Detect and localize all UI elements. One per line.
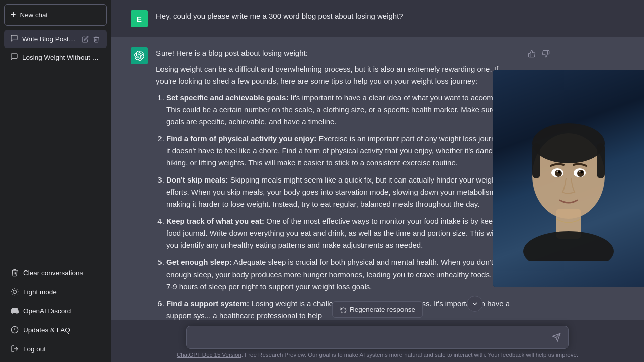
user-message-row: E Hey, could you please write me a 300 w… (111, 0, 644, 37)
svg-point-21 (555, 170, 562, 177)
user-message-content: Hey, could you please write me a 300 wor… (156, 10, 518, 26)
assistant-intro-text: Sure! Here is a blog post about losing w… (156, 47, 518, 59)
assistant-list: Set specific and achievable goals: It's … (156, 92, 518, 320)
svg-point-24 (581, 171, 583, 174)
sidebar-item-lightmode[interactable]: Light mode (4, 283, 107, 301)
list-item-2-title: Find a form of physical activity you enj… (166, 134, 316, 143)
list-item-2: Find a form of physical activity you enj… (166, 133, 518, 169)
conversation-item-write-blog[interactable]: Write Blog Post Losing (4, 30, 107, 48)
svg-rect-17 (532, 143, 540, 178)
input-wrapper (186, 326, 569, 349)
plus-icon: + (11, 10, 16, 20)
logout-icon (10, 344, 19, 353)
send-button[interactable] (550, 331, 563, 344)
list-item-1: Set specific and achievable goals: It's … (166, 92, 518, 128)
sidebar-bottom: Clear conversations Light mode (4, 259, 107, 358)
sidebar-top: + New chat Write Blog Post Losing (4, 4, 107, 259)
sidebar-item-clear[interactable]: Clear conversations (4, 263, 107, 282)
discord-icon (10, 306, 19, 315)
svg-point-26 (579, 171, 581, 172)
list-item-4: Keep track of what you eat: One of the m… (166, 215, 518, 251)
gpt-avatar (131, 47, 148, 64)
chatgpt-version-link[interactable]: ChatGPT Dec 15 Version (177, 352, 242, 358)
new-chat-label: New chat (20, 11, 48, 19)
user-avatar: E (131, 10, 148, 27)
assistant-body-intro: Losing weight can be a difficult and ove… (156, 63, 518, 87)
list-item-6-title: Find a support system: (166, 299, 249, 308)
rename-conversation-button[interactable] (80, 35, 90, 44)
updates-label: Updates & FAQ (23, 326, 70, 334)
clear-conversations-label: Clear conversations (23, 269, 83, 277)
input-area: ChatGPT Dec 15 Version. Free Research Pr… (111, 320, 644, 362)
sidebar-item-updates[interactable]: Updates & FAQ (4, 321, 107, 339)
list-item-5: Get enough sleep: Adequate sleep is cruc… (166, 256, 518, 293)
list-item-1-title: Set specific and achievable goals: (166, 93, 288, 102)
video-overlay (493, 70, 644, 287)
sidebar-item-logout[interactable]: Log out (4, 340, 107, 358)
user-message-text: Hey, could you please write me a 300 wor… (156, 10, 518, 22)
sun-icon (10, 287, 19, 296)
chat-input[interactable] (187, 326, 568, 348)
list-item-5-title: Get enough sleep: (166, 258, 232, 266)
delete-conversation-button[interactable] (92, 35, 101, 44)
conversation-item-losing-weight[interactable]: Losing Weight Without Calorie (4, 48, 107, 67)
svg-point-14 (523, 231, 614, 261)
main-content: E Hey, could you please write me a 300 w… (111, 0, 644, 362)
face-svg (513, 111, 624, 261)
conversation-actions (80, 35, 101, 44)
svg-line-7 (12, 294, 13, 294)
svg-point-25 (557, 171, 558, 172)
new-chat-button[interactable]: + New chat (4, 4, 107, 26)
thumbs-down-button[interactable] (540, 48, 551, 59)
regenerate-response-button[interactable]: Regenerate response (332, 301, 423, 318)
discord-label: OpenAI Discord (23, 307, 71, 315)
chat-icon-2 (10, 53, 18, 62)
svg-point-16 (532, 123, 605, 163)
footer-text: ChatGPT Dec 15 Version. Free Research Pr… (177, 352, 578, 358)
conversation-label-losing-weight: Losing Weight Without Calorie (22, 54, 101, 61)
svg-point-23 (558, 171, 561, 174)
scroll-down-button[interactable] (467, 296, 483, 312)
light-mode-label: Light mode (23, 288, 57, 296)
sidebar-item-discord[interactable]: OpenAI Discord (4, 302, 107, 320)
video-face (493, 70, 644, 287)
info-icon (10, 325, 19, 334)
footer-disclaimer: . Free Research Preview. Our goal is to … (242, 352, 578, 358)
conversation-label-write-blog: Write Blog Post Losing (22, 35, 76, 43)
logout-label: Log out (23, 345, 46, 353)
svg-line-8 (17, 289, 17, 290)
list-item-3: Don't skip meals: Skipping meals might s… (166, 174, 518, 210)
svg-point-22 (577, 170, 584, 177)
list-item-3-title: Don't skip meals: (166, 175, 228, 184)
message-action-buttons (526, 48, 551, 59)
svg-line-4 (17, 294, 17, 294)
svg-line-3 (12, 289, 13, 290)
svg-rect-18 (597, 143, 605, 178)
chat-icon (10, 34, 18, 44)
trash-icon (10, 268, 19, 277)
sidebar: + New chat Write Blog Post Losing (0, 0, 111, 362)
thumbs-up-button[interactable] (526, 48, 537, 59)
svg-point-0 (13, 290, 17, 294)
list-item-4-title: Keep track of what you eat: (166, 217, 264, 225)
assistant-message-content: Sure! Here is a blog post about losing w… (156, 47, 518, 320)
regenerate-button-label: Regenerate response (350, 306, 415, 313)
